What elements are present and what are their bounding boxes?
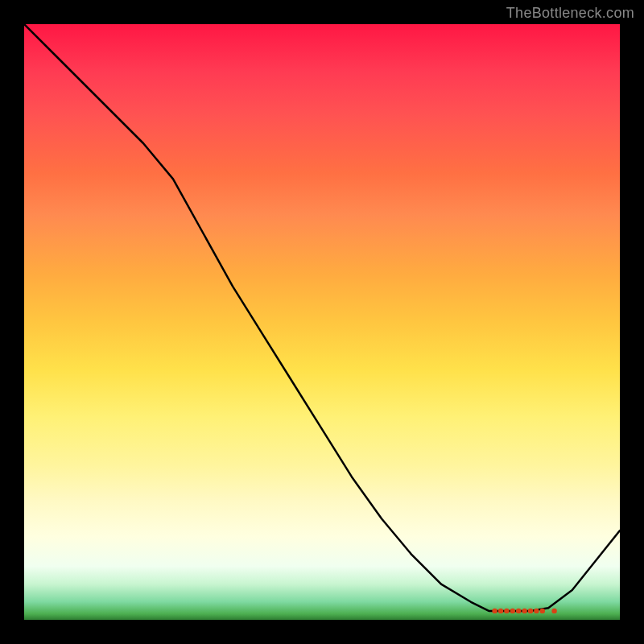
plot-area — [24, 24, 620, 620]
marker-dot — [510, 609, 515, 613]
marker-dot — [528, 609, 533, 613]
marker-dot — [492, 609, 497, 613]
marker-dot — [551, 609, 556, 613]
marker-dot — [522, 609, 526, 613]
marker-dot — [540, 609, 545, 613]
line-path — [24, 24, 620, 611]
line-series — [24, 24, 620, 611]
marker-dot — [504, 609, 509, 613]
marker-dot — [498, 609, 503, 613]
marker-dot — [516, 609, 521, 613]
marker-dot — [534, 609, 539, 613]
chart-container: TheBottleneck.com — [0, 0, 644, 644]
watermark-text: TheBottleneck.com — [506, 5, 634, 22]
chart-svg — [24, 24, 620, 620]
